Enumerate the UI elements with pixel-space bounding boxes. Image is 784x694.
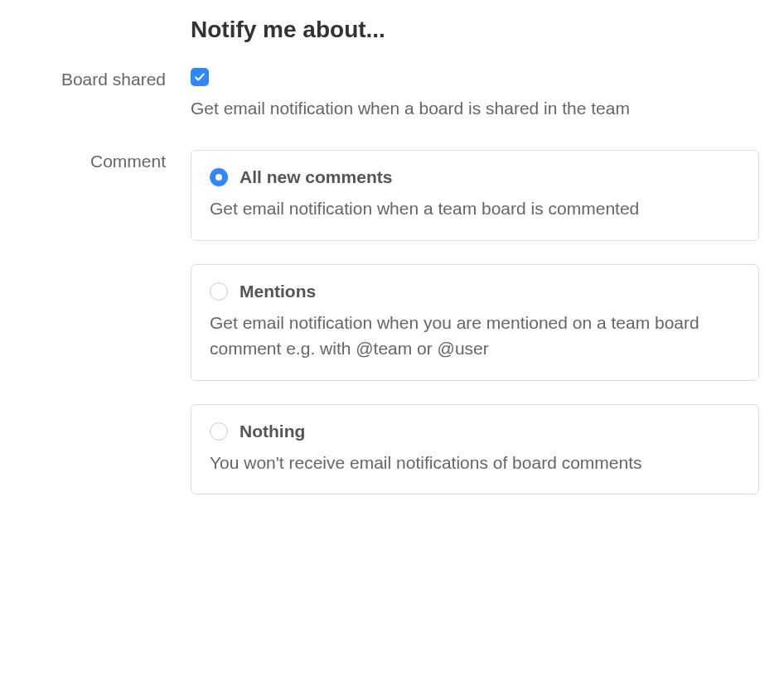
- comment-row: Comment All new comments Get email notif…: [0, 150, 784, 494]
- comment-radio-all[interactable]: [210, 168, 228, 186]
- comment-option-nothing[interactable]: Nothing You won't receive email notifica…: [191, 404, 759, 495]
- comment-radio-nothing[interactable]: [210, 422, 228, 441]
- page-title: Notify me about...: [191, 17, 759, 43]
- comment-option-desc: Get email notification when a team board…: [210, 195, 740, 222]
- notification-settings: Notify me about... Board shared Get emai…: [0, 0, 784, 524]
- comment-option-title: All new comments: [240, 167, 392, 187]
- comment-option-title: Nothing: [240, 422, 305, 441]
- comment-option-mentions[interactable]: Mentions Get email notification when you…: [191, 264, 759, 381]
- check-icon: [194, 71, 206, 83]
- comment-radio-mentions[interactable]: [210, 282, 228, 301]
- comment-option-group: All new comments Get email notification …: [191, 150, 759, 494]
- comment-option-title: Mentions: [240, 282, 316, 301]
- board-shared-checkbox[interactable]: [191, 68, 209, 86]
- comment-option-desc: You won't receive email notifications of…: [210, 450, 740, 476]
- board-shared-row: Board shared Get email notification when…: [0, 68, 784, 120]
- board-shared-label: Board shared: [61, 70, 166, 89]
- comment-label: Comment: [90, 152, 166, 171]
- heading-row: Notify me about...: [0, 17, 784, 68]
- comment-option-desc: Get email notification when you are ment…: [210, 310, 740, 362]
- comment-option-all[interactable]: All new comments Get email notification …: [191, 150, 759, 241]
- board-shared-helper: Get email notification when a board is s…: [191, 96, 759, 120]
